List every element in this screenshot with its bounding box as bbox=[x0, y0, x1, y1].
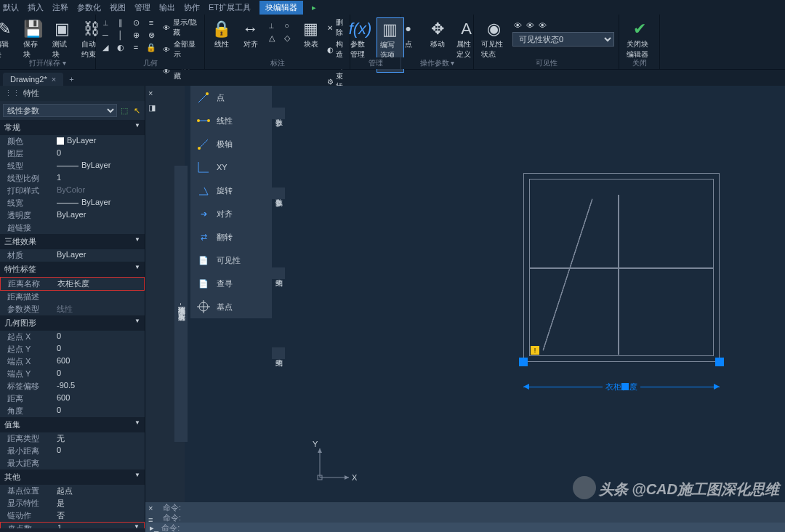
geom-icon[interactable]: ⊕ bbox=[131, 30, 141, 40]
prop-dmin-value[interactable]: 0 bbox=[57, 446, 145, 456]
vtab-constraints2[interactable]: 约束 bbox=[272, 347, 285, 359]
drawing-tab[interactable]: Drawing2*× bbox=[3, 73, 63, 86]
geom-icon[interactable]: ⟂ bbox=[100, 17, 110, 28]
prop-color-value[interactable]: ByLayer bbox=[57, 136, 145, 147]
prop-sx-value[interactable]: 0 bbox=[57, 331, 145, 342]
cmd-close-icon[interactable]: × bbox=[148, 504, 158, 514]
close-editor-button[interactable]: ✔关闭块编辑器 bbox=[624, 17, 655, 61]
prop-distdesc-value[interactable] bbox=[57, 291, 145, 302]
show-hide-button[interactable]: 👁显示/隐藏 bbox=[162, 17, 200, 38]
vis-sm-icon[interactable]: 👁 bbox=[537, 20, 547, 31]
prop-grips-value[interactable]: 1▼ bbox=[57, 523, 144, 528]
prop-layer-value[interactable]: 0 bbox=[57, 148, 145, 159]
section-geometry[interactable]: 几何图形▼ bbox=[0, 315, 145, 331]
menu-extra-icon[interactable]: ▸ bbox=[312, 3, 316, 12]
fly-align[interactable]: ➔对齐 bbox=[190, 202, 272, 225]
geom-icon[interactable]: 🔒 bbox=[146, 42, 156, 52]
fly-lookup[interactable]: 📄查寻 bbox=[190, 272, 272, 295]
geom-icon[interactable]: ◐ bbox=[116, 42, 126, 52]
vtab-constraints[interactable]: 约束 bbox=[272, 267, 285, 279]
menu-view[interactable]: 视图 bbox=[110, 2, 126, 13]
prop-lscale-value[interactable]: 1 bbox=[57, 173, 145, 184]
linear-dimension[interactable]: 衣柜长度 bbox=[523, 387, 720, 397]
menu-collab[interactable]: 协作 bbox=[184, 2, 200, 13]
prop-dmax-value[interactable] bbox=[57, 458, 145, 469]
vis-sm-icon[interactable]: 👁 bbox=[525, 20, 535, 31]
geom-icon[interactable]: │ bbox=[116, 30, 126, 40]
quick-select-icon[interactable]: ⬚ bbox=[119, 105, 129, 116]
section-valueset[interactable]: 值集▼ bbox=[0, 417, 145, 432]
construct-button[interactable]: ◐构造 bbox=[327, 39, 347, 60]
show-all-button[interactable]: 👁全部显示 bbox=[162, 39, 200, 60]
fly-flip[interactable]: ⇄翻转 bbox=[190, 225, 272, 249]
prop-ey-value[interactable]: 0 bbox=[57, 368, 145, 379]
fly-xy[interactable]: XY bbox=[190, 156, 272, 179]
geom-icon[interactable]: ⊙ bbox=[131, 17, 141, 28]
dim-icon[interactable]: ⟂ bbox=[267, 20, 277, 31]
prop-chain-value[interactable]: 否 bbox=[57, 510, 145, 521]
fly-polar[interactable]: 极轴 bbox=[190, 132, 272, 156]
palette-title-tab[interactable]: 块编写选项板 - 所有选项板 bbox=[174, 166, 188, 442]
prop-pstyle-value[interactable]: ByColor bbox=[57, 185, 145, 196]
command-line[interactable]: × ≡ 命令: 命令: ▸_命令: bbox=[145, 502, 785, 528]
vis-state-button[interactable]: ◉可见性状态 bbox=[478, 17, 510, 61]
close-palette-icon[interactable]: × bbox=[148, 89, 153, 97]
delete-button[interactable]: ✕删除 bbox=[327, 17, 347, 38]
block-table-button[interactable]: ▦块表 bbox=[298, 17, 324, 51]
warning-badge[interactable]: ! bbox=[531, 346, 539, 355]
point-param-button[interactable]: •点 bbox=[395, 17, 422, 51]
geom-icon[interactable]: ─ bbox=[100, 30, 110, 40]
test-block-button[interactable]: ▣测试块 bbox=[49, 17, 76, 61]
close-tab-icon[interactable]: × bbox=[52, 75, 56, 84]
menu-output[interactable]: 输出 bbox=[159, 2, 175, 13]
drawing-viewport[interactable]: ! 衣柜长度 XY bbox=[291, 86, 785, 515]
prop-linetype-value[interactable]: ByLayer bbox=[57, 161, 145, 172]
dim-icon[interactable]: △ bbox=[267, 33, 277, 43]
linear-grip-start[interactable] bbox=[519, 358, 528, 366]
menu-default[interactable]: 默认 bbox=[3, 2, 19, 13]
vtab-paramsets[interactable]: 参数集 bbox=[272, 188, 285, 199]
prop-distname-value[interactable]: 衣柜长度 bbox=[57, 278, 144, 289]
visibility-dropdown[interactable]: 可见性状态0 bbox=[512, 32, 614, 47]
fly-basepoint[interactable]: 基点 bbox=[190, 295, 272, 318]
add-tab-button[interactable]: + bbox=[63, 73, 79, 86]
prop-transp-value[interactable]: ByLayer bbox=[57, 210, 145, 221]
menu-ettools[interactable]: ET扩展工具 bbox=[209, 2, 251, 13]
prop-dist-value[interactable]: 600 bbox=[57, 393, 145, 404]
prop-hyper-value[interactable] bbox=[57, 222, 145, 233]
prop-ex-value[interactable]: 600 bbox=[57, 356, 145, 367]
geom-icon[interactable]: ≡ bbox=[146, 17, 156, 28]
menu-block-editor[interactable]: 块编辑器 bbox=[259, 1, 303, 15]
section-3d[interactable]: 三维效果▼ bbox=[0, 234, 145, 249]
geom-icon[interactable]: ∥ bbox=[116, 17, 126, 28]
align-dim-button[interactable]: ↔对齐 bbox=[238, 17, 264, 51]
geom-icon[interactable]: = bbox=[131, 42, 141, 52]
dim-icon[interactable]: ◇ bbox=[282, 33, 292, 43]
prop-angle-value[interactable]: 0 bbox=[57, 406, 145, 416]
edit-block-button[interactable]: ✎编辑块 bbox=[0, 17, 17, 61]
palette-menu-icon[interactable]: ◨ bbox=[148, 103, 156, 112]
vis-sm-icon[interactable]: 👁 bbox=[512, 20, 523, 31]
section-misc[interactable]: 其他▼ bbox=[0, 469, 145, 485]
fly-visibility[interactable]: 📄可见性 bbox=[190, 249, 272, 272]
prop-sy-value[interactable]: 0 bbox=[57, 344, 145, 355]
save-block-button[interactable]: 💾保存块 bbox=[20, 17, 47, 61]
vtab-params[interactable]: 参数 bbox=[272, 108, 285, 119]
cmd-menu-icon[interactable]: ≡ bbox=[148, 515, 158, 525]
section-general[interactable]: 常规▼ bbox=[0, 120, 145, 135]
prop-showp-value[interactable]: 是 bbox=[57, 498, 145, 509]
prop-dtype-value[interactable]: 无 bbox=[57, 433, 145, 444]
dim-icon[interactable]: ○ bbox=[282, 20, 292, 31]
menu-insert[interactable]: 插入 bbox=[28, 2, 44, 13]
prop-lweight-value[interactable]: ByLayer bbox=[57, 198, 145, 209]
dimension-grip[interactable] bbox=[621, 383, 629, 390]
prop-loff-value[interactable]: -90.5 bbox=[57, 381, 145, 392]
menu-manage[interactable]: 管理 bbox=[134, 2, 150, 13]
menu-parametric[interactable]: 参数化 bbox=[77, 2, 101, 13]
geom-icon[interactable]: ⊗ bbox=[146, 30, 156, 40]
geom-icon[interactable]: ◢ bbox=[100, 42, 110, 52]
linear-dim-button[interactable]: 🔒线性 bbox=[209, 17, 235, 51]
menu-annotate[interactable]: 注释 bbox=[52, 2, 68, 13]
fly-linear[interactable]: 线性 bbox=[190, 109, 272, 132]
fly-rotate[interactable]: 旋转 bbox=[190, 179, 272, 202]
